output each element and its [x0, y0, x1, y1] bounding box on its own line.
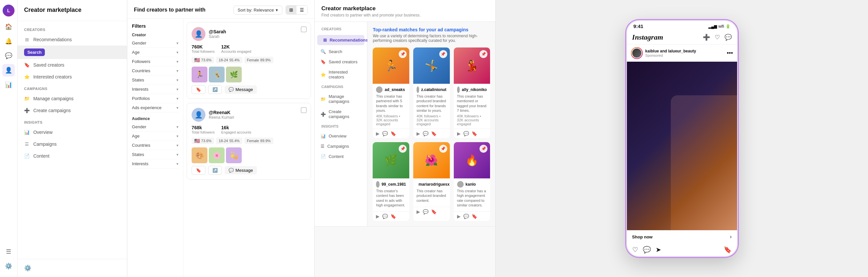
- ad-sneaks-bookmark-icon[interactable]: 🔖: [391, 131, 396, 136]
- marketplace-nav-campaigns-insight[interactable]: ☰ Campaigns: [315, 141, 367, 151]
- filter-states-label: States: [132, 78, 144, 83]
- ally-nikoniko-play-icon[interactable]: ▶: [457, 131, 461, 136]
- analytics-icon[interactable]: 📊: [2, 79, 15, 91]
- sidebar-item-overview[interactable]: 📊 Overview: [18, 126, 127, 138]
- post-more-icon[interactable]: •••: [727, 50, 733, 57]
- ad-sneaks-comment-icon[interactable]: 💬: [382, 131, 388, 136]
- mariarod-bookmark-icon[interactable]: 🔖: [431, 209, 437, 214]
- settings-bottom-icon[interactable]: ⚙️: [24, 265, 31, 271]
- marketplace-nav-content[interactable]: 📄 Content: [315, 151, 367, 162]
- sidebar-item-interested[interactable]: ⭐ Interested creators: [18, 71, 127, 83]
- sidebar-item-recommendations[interactable]: ⊞ Recommendations: [18, 34, 127, 45]
- audience-filter-gender[interactable]: Gender ▾: [132, 122, 178, 131]
- reenak-bookmark-button[interactable]: 🔖: [192, 166, 206, 175]
- audience-filter-states-chevron-icon: ▾: [177, 152, 178, 157]
- manage-icon: 📁: [24, 96, 30, 101]
- heart-icon[interactable]: ♡: [715, 34, 720, 41]
- sarah-bookmark-button[interactable]: 🔖: [192, 85, 206, 94]
- marketplace-nav-create-label: Create campaigns: [329, 109, 361, 119]
- grid-view-button[interactable]: ⊞: [286, 6, 297, 14]
- filter-age[interactable]: Age ▾: [132, 48, 178, 57]
- mariarod-play-icon[interactable]: ▶: [416, 209, 420, 214]
- filters-title: Filters: [132, 23, 178, 29]
- kanlo-play-icon[interactable]: ▶: [457, 214, 461, 219]
- notification-icon[interactable]: 🔔: [2, 35, 15, 48]
- share-icon[interactable]: ➤: [656, 246, 661, 254]
- sort-chevron-icon: ▾: [276, 8, 278, 12]
- settings-icon[interactable]: ⚙️: [2, 260, 15, 272]
- mariarod-footer: mariarodriguesx This creator has produce…: [413, 178, 450, 207]
- filter-followers-chevron-icon: ▾: [177, 59, 178, 64]
- marketplace-nav-create[interactable]: ➕ Create campaigns: [315, 106, 367, 122]
- grid-card-z-catalinionut: 🤸 📌 z.catalinionut This creator has prod…: [413, 48, 450, 138]
- comment-icon[interactable]: 💬: [643, 246, 651, 254]
- kanlo-bookmark-icon[interactable]: 🔖: [472, 214, 477, 219]
- filter-followers[interactable]: Followers ▾: [132, 57, 178, 66]
- sarah-engaged-value: 12K: [221, 44, 251, 50]
- ally-nikoniko-comment-icon[interactable]: 💬: [463, 131, 469, 136]
- like-icon[interactable]: ♡: [632, 246, 638, 254]
- saved-icon-p3: 🔖: [320, 59, 326, 64]
- filter-states[interactable]: States ▾: [132, 75, 178, 85]
- 99-cem-comment-icon[interactable]: 💬: [382, 214, 388, 219]
- list-view-button[interactable]: ☰: [297, 6, 307, 14]
- z-catalinionut-comment-icon[interactable]: 💬: [423, 131, 428, 136]
- post-bookmark-icon[interactable]: 🔖: [723, 246, 732, 254]
- sidebar-item-search[interactable]: Search: [18, 45, 127, 59]
- audience-filter-interests[interactable]: Interests ▾: [132, 159, 178, 168]
- sidebar-item-saved[interactable]: 🔖 Saved creators: [18, 59, 127, 71]
- audience-filter-countries[interactable]: Countries ▾: [132, 141, 178, 150]
- post-usernames[interactable]: kaiblue and lalueur_beauty: [645, 49, 696, 54]
- marketplace-nav-recommendations[interactable]: ⊞ Recommendations: [317, 35, 364, 45]
- reenak-message-button[interactable]: 💬 Message: [225, 166, 257, 175]
- marketplace-nav-overview[interactable]: 📊 Overview: [315, 131, 367, 141]
- 99-cem-play-icon[interactable]: ▶: [376, 214, 380, 219]
- sidebar-item-content[interactable]: 📄 Content: [18, 150, 127, 162]
- filter-ads-experience[interactable]: Ads experience ▾: [132, 103, 178, 113]
- ad-sneaks-play-icon[interactable]: ▶: [376, 131, 380, 136]
- sarah-engaged-stat: 12K Accounts engaged: [221, 44, 251, 54]
- sarah-share-button[interactable]: ↗️: [208, 85, 222, 94]
- filter-interests[interactable]: Interests ▾: [132, 85, 178, 94]
- profile-icon[interactable]: 👤: [2, 64, 15, 76]
- reenak-img2: 🌸: [209, 147, 225, 163]
- marketplace-nav-manage[interactable]: 📁 Manage campaigns: [315, 91, 367, 106]
- z-catalinionut-bookmark-icon[interactable]: 🔖: [431, 131, 437, 136]
- z-catalinionut-save-icon[interactable]: 📌: [439, 50, 447, 58]
- creator-sarah-checkbox[interactable]: [301, 26, 307, 32]
- messenger-icon[interactable]: 💬: [724, 34, 732, 41]
- sidebar-item-create[interactable]: ➕ Create campaigns: [18, 104, 127, 116]
- home-icon[interactable]: 🏠: [2, 21, 15, 33]
- sarah-message-button[interactable]: 💬 Message: [225, 85, 257, 94]
- ally-nikoniko-bookmark-icon[interactable]: 🔖: [472, 131, 477, 136]
- shop-now-bar[interactable]: Shop now ›: [627, 230, 737, 243]
- audience-filter-age[interactable]: Age ▾: [132, 131, 178, 141]
- sarah-img2: 🤸: [209, 67, 225, 83]
- campaigns-section-label: Campaigns: [18, 83, 127, 93]
- creator-sarah-handle: @Sarah: [209, 29, 226, 34]
- message-icon[interactable]: 💬: [2, 50, 15, 62]
- marketplace-nav-interested[interactable]: ⭐ Interested creators: [315, 67, 367, 82]
- menu-icon[interactable]: ☰: [2, 245, 15, 258]
- filter-countries[interactable]: Countries ▾: [132, 66, 178, 75]
- reenak-share-button[interactable]: ↗️: [208, 166, 222, 175]
- filter-gender[interactable]: Gender ▾: [132, 38, 178, 48]
- sort-button[interactable]: Sort by: Relevance ▾: [234, 6, 283, 14]
- marketplace-nav-search[interactable]: 🔍 Search: [315, 47, 367, 57]
- icon-sidebar: L 🏠 🔔 💬 👤 📊 ☰ ⚙️: [0, 0, 18, 277]
- kanlo-comment-icon[interactable]: 💬: [463, 214, 469, 219]
- mariarod-save-icon[interactable]: 📌: [439, 145, 447, 153]
- filter-portfolios[interactable]: Portfolios ▾: [132, 94, 178, 103]
- z-catalinionut-play-icon[interactable]: ▶: [416, 131, 420, 136]
- ad-sneaks-save-icon[interactable]: 📌: [399, 50, 407, 58]
- mariarod-comment-icon[interactable]: 💬: [423, 209, 428, 214]
- marketplace-nav-campaigns-insight-label: Campaigns: [327, 144, 349, 149]
- sidebar-item-manage[interactable]: 📁 Manage campaigns: [18, 93, 127, 104]
- sidebar-item-campaigns-insight[interactable]: ☰ Campaigns: [18, 138, 127, 150]
- audience-filter-states[interactable]: States ▾: [132, 150, 178, 159]
- marketplace-nav-saved[interactable]: 🔖 Saved creators: [315, 57, 367, 67]
- reenak-gender-tag: Female 89.9%: [244, 137, 273, 144]
- add-post-icon[interactable]: ➕: [703, 34, 710, 41]
- 99-cem-bookmark-icon[interactable]: 🔖: [391, 214, 396, 219]
- creator-reenak-checkbox[interactable]: [301, 107, 307, 113]
